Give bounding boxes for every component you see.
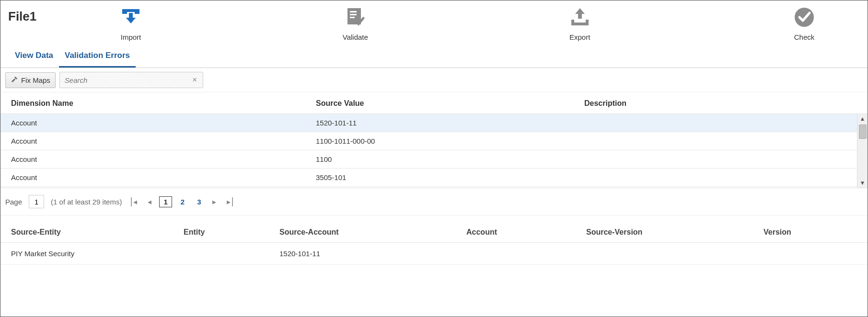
- export-icon: [567, 5, 592, 29]
- check-button[interactable]: Check: [775, 5, 833, 41]
- cell-source-value: 1100-1011-000-00: [312, 137, 580, 145]
- cell-entity: [173, 249, 269, 258]
- fix-maps-label: Fix Maps: [21, 76, 50, 84]
- export-button[interactable]: Export: [551, 5, 609, 41]
- tab-validation-errors[interactable]: Validation Errors: [59, 44, 136, 68]
- cell-dimension: Account: [0, 155, 312, 163]
- scroll-down-icon[interactable]: ▼: [857, 178, 868, 188]
- import-icon: [118, 5, 143, 29]
- check-icon: [792, 5, 817, 29]
- page-number-1[interactable]: 1: [159, 196, 172, 207]
- col-header-source-value[interactable]: Source Value: [312, 99, 580, 108]
- table-row[interactable]: Account 1520-101-11: [0, 114, 868, 132]
- svg-rect-2: [350, 14, 357, 15]
- col-header-source-version[interactable]: Source-Version: [576, 228, 753, 237]
- page-input[interactable]: [29, 195, 44, 208]
- cell-dimension: Account: [0, 137, 312, 145]
- tools-icon: [11, 76, 18, 85]
- cell-source-value: 1520-101-11: [312, 119, 580, 127]
- cell-source-value: 3505-101: [312, 173, 580, 181]
- cell-source-version: [576, 249, 753, 258]
- col-header-account[interactable]: Account: [456, 228, 576, 237]
- detail-row[interactable]: PIY Market Security 1520-101-11: [0, 243, 868, 265]
- cell-dimension: Account: [0, 173, 312, 181]
- col-header-dimension[interactable]: Dimension Name: [0, 99, 312, 108]
- col-header-source-entity[interactable]: Source-Entity: [0, 228, 173, 237]
- table-row[interactable]: Account 1100: [0, 150, 868, 169]
- import-label: Import: [121, 33, 141, 41]
- page-number-3[interactable]: 3: [193, 197, 205, 207]
- scroll-thumb[interactable]: [859, 125, 867, 139]
- import-button[interactable]: Import: [102, 5, 160, 41]
- table-row[interactable]: Account 1100-1011-000-00: [0, 132, 868, 150]
- svg-rect-1: [350, 11, 357, 12]
- validate-label: Validate: [343, 33, 368, 41]
- page-title: File1: [6, 5, 102, 28]
- prev-page-icon[interactable]: ◂: [145, 196, 154, 207]
- errors-table-body: Account 1520-101-11 Account 1100-1011-00…: [0, 114, 868, 188]
- search-input[interactable]: [64, 76, 191, 85]
- last-page-icon[interactable]: ▸⎮: [224, 196, 237, 207]
- page-info: (1 of at least 29 items): [51, 198, 122, 206]
- cell-account: [456, 249, 576, 258]
- col-header-source-account[interactable]: Source-Account: [269, 228, 456, 237]
- cell-source-account: 1520-101-11: [269, 249, 456, 258]
- errors-table-header: Dimension Name Source Value Description: [0, 92, 868, 114]
- detail-table-header: Source-Entity Entity Source-Account Acco…: [0, 215, 868, 243]
- export-label: Export: [569, 33, 590, 41]
- pagination-bar: Page (1 of at least 29 items) ⎮◂ ◂ 1 2 3…: [0, 188, 868, 215]
- errors-table: Dimension Name Source Value Description …: [0, 92, 868, 188]
- clear-search-icon[interactable]: ×: [191, 76, 199, 84]
- validate-button[interactable]: Validate: [326, 5, 384, 41]
- next-page-icon[interactable]: ▸: [209, 196, 219, 207]
- col-header-description[interactable]: Description: [580, 99, 868, 108]
- page-number-2[interactable]: 2: [177, 197, 188, 207]
- control-bar: Fix Maps ×: [0, 68, 868, 92]
- tab-view-data[interactable]: View Data: [9, 44, 59, 68]
- table-row[interactable]: Account 3505-101: [0, 169, 868, 187]
- validate-icon: [343, 5, 368, 29]
- search-field-wrap: ×: [59, 72, 203, 88]
- workflow-toolbar: Import Validate: [102, 5, 862, 41]
- col-header-entity[interactable]: Entity: [173, 228, 269, 237]
- first-page-icon[interactable]: ⎮◂: [127, 196, 140, 207]
- fix-maps-button[interactable]: Fix Maps: [5, 72, 56, 88]
- scroll-up-icon[interactable]: ▲: [859, 114, 867, 124]
- cell-version: [753, 249, 868, 258]
- cell-source-entity: PIY Market Security: [0, 249, 173, 258]
- col-header-version[interactable]: Version: [753, 228, 868, 237]
- cell-source-value: 1100: [312, 155, 580, 163]
- check-label: Check: [794, 33, 815, 41]
- svg-rect-3: [350, 17, 355, 18]
- cell-dimension: Account: [0, 119, 312, 127]
- tabs-bar: View Data Validation Errors: [0, 44, 868, 68]
- page-label: Page: [5, 198, 22, 206]
- vertical-scrollbar[interactable]: ▲ ▼: [857, 114, 868, 188]
